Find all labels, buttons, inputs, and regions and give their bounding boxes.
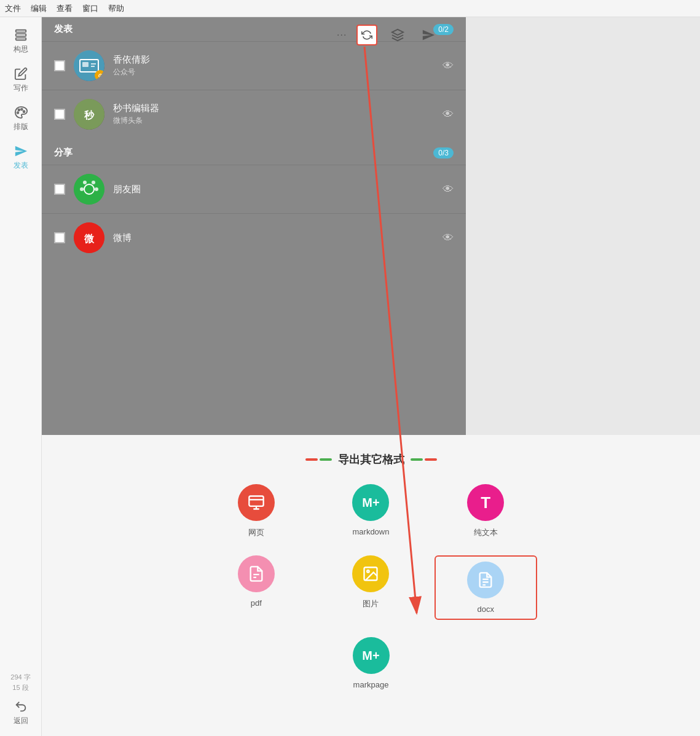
webpage-label: 网页 <box>248 527 264 538</box>
platform-weibo[interactable]: 微 微博 👁 <box>42 213 466 262</box>
weibo-avatar-icon: 微 <box>74 222 104 253</box>
svg-rect-10 <box>82 62 88 67</box>
pengyouquan-info: 朋友圈 <box>113 184 434 195</box>
publish-title: 发表 <box>54 23 73 35</box>
export-plaintext[interactable]: T 纯文本 <box>435 484 537 538</box>
weibo-info: 微博 <box>113 232 434 244</box>
sidebar-item-fa-biao[interactable]: 发表 <box>0 139 41 176</box>
shu-name: 秒书编辑器 <box>113 103 434 114</box>
platform-pengyouquan[interactable]: 朋友圈 👁 <box>42 165 466 213</box>
share-section-header: 分享 0/3 <box>42 141 466 165</box>
layers-icon <box>391 28 404 42</box>
export-markdown[interactable]: M+ markdown <box>320 484 422 538</box>
shu-type: 微博头条 <box>113 115 434 126</box>
return-button[interactable]: 返回 <box>10 696 32 730</box>
docx-label: docx <box>477 605 494 614</box>
weibo-checkbox[interactable] <box>54 232 65 243</box>
toolbar-send-button[interactable] <box>418 25 439 45</box>
return-label: 返回 <box>14 716 28 726</box>
pdf-svg <box>248 565 265 582</box>
markdown-label: markdown <box>353 527 390 536</box>
sidebar-item-pai-ban[interactable]: 排版 <box>0 101 41 137</box>
xiangyi-checkbox[interactable] <box>54 60 65 71</box>
weibo-name: 微博 <box>113 232 434 244</box>
export-image[interactable]: 图片 <box>320 555 422 620</box>
svg-text:秒: 秒 <box>84 110 95 120</box>
settings-badge: ⚙ <box>95 70 104 81</box>
export-section: 导出其它格式 网页 M+ <box>42 435 700 736</box>
share-badge: 0/3 <box>433 147 454 159</box>
deco-line-red-left <box>305 458 318 461</box>
svg-rect-0 <box>15 30 26 33</box>
toolbar-layers-button[interactable] <box>387 25 408 45</box>
export-webpage[interactable]: 网页 <box>205 484 308 538</box>
webpage-icon <box>238 484 275 521</box>
shu-avatar: 秒 <box>74 99 104 130</box>
svg-point-15 <box>83 181 87 184</box>
xiangyi-type: 公众号 <box>113 67 434 77</box>
main-content: ··· 发表 0/2 <box>42 17 700 736</box>
plaintext-text: T <box>481 493 490 512</box>
export-docx-highlight[interactable]: docx <box>435 555 537 620</box>
weibo-avatar: 微 <box>74 222 104 253</box>
image-svg <box>362 565 379 582</box>
shu-info: 秒书编辑器 微博头条 <box>113 103 434 126</box>
toolbar-sync-button[interactable] <box>356 25 377 45</box>
markdown-text: M+ <box>362 496 379 510</box>
deco-right <box>411 458 437 461</box>
sidebar-item-gou-si[interactable]: 构思 <box>0 23 41 60</box>
svg-point-18 <box>95 187 98 191</box>
svg-point-17 <box>80 187 84 191</box>
menu-window[interactable]: 窗口 <box>82 3 98 14</box>
menu-help[interactable]: 帮助 <box>108 3 124 14</box>
sidebar-label-xie-zuo: 写作 <box>14 83 28 93</box>
image-icon <box>352 555 389 592</box>
menu-view[interactable]: 查看 <box>57 3 73 14</box>
svg-rect-13 <box>74 174 104 205</box>
sidebar-bottom: 294 字 15 段 返回 <box>0 672 41 736</box>
export-pdf[interactable]: pdf <box>205 555 308 620</box>
pdf-label: pdf <box>251 598 262 608</box>
markpage-text: M+ <box>362 649 379 663</box>
toolbar: ··· <box>337 25 439 45</box>
svg-text:微: 微 <box>84 233 95 244</box>
svg-point-5 <box>18 109 20 111</box>
share-title: 分享 <box>54 147 73 159</box>
shu-eye-icon[interactable]: 👁 <box>442 108 454 121</box>
xiangyi-eye-icon[interactable]: 👁 <box>442 60 454 72</box>
shu-avatar-icon: 秒 <box>74 99 104 130</box>
xiangyi-name: 香依倩影 <box>113 54 434 66</box>
pengyouquan-avatar-icon <box>74 174 104 205</box>
deco-left <box>305 458 332 461</box>
export-markpage[interactable]: M+ markpage <box>353 637 390 689</box>
svg-rect-2 <box>15 38 26 41</box>
export-title-row: 导出其它格式 <box>42 452 700 467</box>
pdf-icon <box>238 555 275 592</box>
platform-shu[interactable]: 秒 秒书编辑器 微博头条 👁 <box>42 90 466 138</box>
shu-checkbox[interactable] <box>54 109 65 120</box>
plaintext-icon: T <box>467 484 504 521</box>
image-label: 图片 <box>363 598 379 609</box>
markpage-row: M+ markpage <box>42 637 700 689</box>
pengyouquan-checkbox[interactable] <box>54 184 65 195</box>
menu-edit[interactable]: 编辑 <box>31 3 47 14</box>
pengyouquan-name: 朋友圈 <box>113 184 434 195</box>
svg-point-4 <box>23 111 25 112</box>
sidebar-item-xie-zuo[interactable]: 写作 <box>0 62 41 98</box>
weibo-eye-icon[interactable]: 👁 <box>442 232 454 245</box>
svg-rect-21 <box>249 496 263 506</box>
list-icon <box>14 28 28 42</box>
deco-line-green-right <box>411 458 423 461</box>
toolbar-more[interactable]: ··· <box>337 29 347 41</box>
palette-icon <box>14 106 28 119</box>
plaintext-label: 纯文本 <box>474 527 498 538</box>
markpage-icon: M+ <box>353 637 390 674</box>
svg-point-6 <box>17 112 18 114</box>
webpage-svg <box>248 494 265 511</box>
pengyouquan-eye-icon[interactable]: 👁 <box>442 183 454 196</box>
platform-xiangyi[interactable]: ⚙ 香依倩影 公众号 👁 <box>42 41 466 90</box>
sync-icon <box>361 29 372 41</box>
pengyouquan-avatar <box>74 174 104 205</box>
menu-file[interactable]: 文件 <box>5 3 21 14</box>
send-icon <box>14 144 28 158</box>
